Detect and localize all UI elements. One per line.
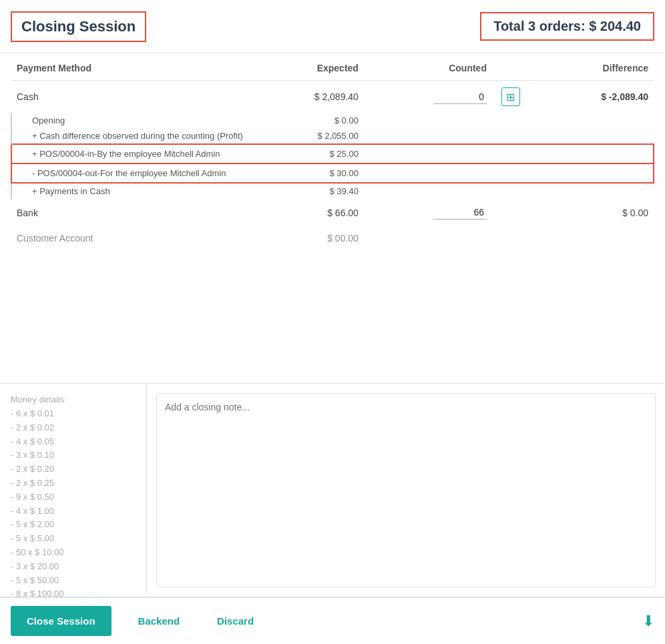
calc-cell-cash: ⊞ [492,81,525,113]
payment-table: Payment Method Expected Counted Differen… [11,53,654,250]
bank-counted-input[interactable] [433,206,487,220]
payment-method-bank: Bank [11,199,268,226]
money-detail-item: - 9 x $ 0.50 [11,491,136,505]
money-detail-item: - 5 x $ 5.00 [11,532,136,546]
close-session-button[interactable]: Close Session [11,606,112,636]
payments-cash-label: + Payments in Cash [11,183,268,199]
table-row: Bank $ 66.00 $ 0.00 [11,199,654,226]
table-row: Cash $ 2,089.40 ⊞ $ -2,089.40 [11,81,654,113]
cash-expected: $ 2,089.40 [268,81,364,113]
opening-amount: $ 0.00 [268,113,364,128]
col-header-method: Payment Method [11,53,268,81]
table-row: + Cash difference observed during the co… [11,128,654,144]
bank-counted-cell [364,199,492,226]
calc-cell-bank [492,199,525,226]
table-row-highlight: + POS/00004-in-By the employee Mitchell … [11,144,654,164]
pos-in-label: + POS/00004-in-By the employee Mitchell … [11,144,268,164]
closing-note-area [147,384,665,597]
payment-method-customer: Customer Account [11,226,268,250]
col-header-expected: Expected [268,53,364,81]
col-header-spacer [492,53,525,81]
money-detail-item: - 5 x $ 50.00 [11,574,136,588]
closing-note-input[interactable] [156,393,656,587]
backend-button[interactable]: Backend [122,606,196,636]
cash-difference: $ -2,089.40 [525,81,654,113]
cash-diff-label: + Cash difference observed during the co… [11,128,268,144]
money-detail-item: - 8 x $ 100.00 [11,587,136,597]
table-row: + Payments in Cash $ 39.40 [11,183,654,199]
total-orders: Total 3 orders: $ 204.40 [480,12,654,41]
money-detail-item: - 2 x $ 0.25 [11,476,136,491]
bank-expected: $ 66.00 [268,199,364,226]
page-title: Closing Session [11,11,146,42]
money-detail-item: - 2 x $ 0.02 [11,421,136,435]
money-detail-item: - 3 x $ 20.00 [11,560,136,574]
bank-difference: $ 0.00 [525,199,654,226]
money-detail-item: - 2 x $ 0.20 [11,462,136,476]
customer-expected: $ 00.00 [268,226,364,250]
opening-label: Opening [11,113,268,128]
bottom-section: Money details: - 6 x $ 0.01- 2 x $ 0.02-… [0,383,665,597]
col-header-counted: Counted [364,53,492,81]
money-detail-item: - 4 x $ 1.00 [11,505,136,519]
cash-counted-input[interactable] [433,90,487,104]
cash-counted-cell [364,81,492,113]
money-detail-item: - 5 x $ 2.00 [11,518,136,532]
col-header-difference: Difference [525,53,654,81]
payment-table-area: Payment Method Expected Counted Differen… [0,53,665,383]
money-detail-item: - 6 x $ 0.01 [11,407,136,421]
table-row: Customer Account $ 00.00 [11,226,654,250]
payment-method-cash: Cash [11,81,268,113]
pos-out-label: - POS/00004-out-For the employee Mitchel… [11,164,268,183]
footer: Close Session Backend Discard ⬇ [0,597,665,644]
pos-out-amount: $ 30.00 [268,164,364,183]
table-row-highlight: - POS/00004-out-For the employee Mitchel… [11,164,654,183]
discard-button[interactable]: Discard [201,606,270,636]
table-row: Opening $ 0.00 [11,113,654,128]
download-icon[interactable]: ⬇ [642,613,654,630]
money-details-panel: Money details: - 6 x $ 0.01- 2 x $ 0.02-… [0,384,147,597]
money-detail-item: - 3 x $ 0.10 [11,448,136,462]
money-details-list: - 6 x $ 0.01- 2 x $ 0.02- 4 x $ 0.05- 3 … [11,407,136,597]
calculator-icon[interactable]: ⊞ [501,87,520,106]
money-detail-item: - 50 x $ 10.00 [11,546,136,560]
payments-cash-amount: $ 39.40 [268,183,364,199]
money-details-title: Money details: [11,394,136,404]
pos-in-amount: $ 25.00 [268,144,364,164]
header: Closing Session Total 3 orders: $ 204.40 [0,0,665,53]
cash-diff-amount: $ 2,055.00 [268,128,364,144]
money-detail-item: - 4 x $ 0.05 [11,435,136,449]
main-content: Payment Method Expected Counted Differen… [0,53,665,597]
